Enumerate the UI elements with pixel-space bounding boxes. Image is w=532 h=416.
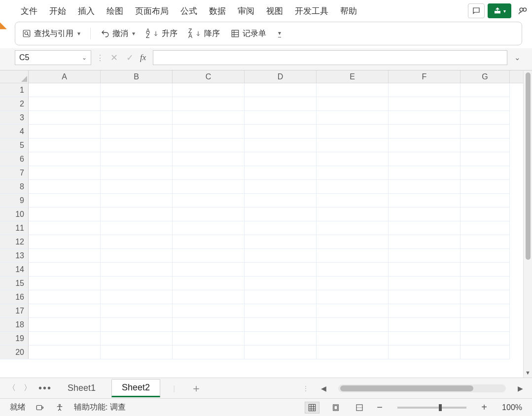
- cell[interactable]: [461, 111, 510, 125]
- cell[interactable]: [29, 221, 101, 235]
- menu-file[interactable]: 文件: [15, 0, 43, 22]
- share-button[interactable]: ▾: [488, 3, 511, 18]
- row-header-3[interactable]: 3: [0, 111, 29, 125]
- cell[interactable]: [29, 125, 101, 139]
- cell[interactable]: [29, 318, 101, 332]
- cell[interactable]: [461, 97, 510, 111]
- row-header-12[interactable]: 12: [0, 235, 29, 249]
- zoom-slider-handle[interactable]: [439, 404, 442, 411]
- formula-expand-button[interactable]: ⌄: [512, 53, 522, 62]
- cell[interactable]: [389, 139, 461, 152]
- row-header-18[interactable]: 18: [0, 318, 29, 332]
- cell[interactable]: [245, 97, 317, 111]
- cell[interactable]: [389, 208, 461, 221]
- cell[interactable]: [173, 332, 245, 346]
- cell[interactable]: [389, 290, 461, 304]
- row-header-14[interactable]: 14: [0, 263, 29, 277]
- cell[interactable]: [245, 180, 317, 194]
- cell[interactable]: [101, 332, 173, 346]
- row-header-8[interactable]: 8: [0, 180, 29, 194]
- cell[interactable]: [29, 304, 101, 318]
- cell[interactable]: [29, 152, 101, 166]
- cell[interactable]: [101, 208, 173, 221]
- cell[interactable]: [29, 332, 101, 346]
- cell[interactable]: [173, 152, 245, 166]
- accessibility-label[interactable]: 辅助功能: 调查: [74, 402, 126, 413]
- cell[interactable]: [245, 263, 317, 277]
- cell[interactable]: [245, 318, 317, 332]
- cell[interactable]: [389, 152, 461, 166]
- sheet-tab-2[interactable]: Sheet2: [111, 379, 160, 397]
- row-header-2[interactable]: 2: [0, 97, 29, 111]
- col-header-A[interactable]: A: [29, 70, 101, 83]
- view-page-break-button[interactable]: [352, 402, 367, 414]
- cell[interactable]: [317, 332, 389, 346]
- cell[interactable]: [389, 263, 461, 277]
- cell[interactable]: [461, 166, 510, 180]
- cell[interactable]: [461, 221, 510, 235]
- cell[interactable]: [317, 83, 389, 97]
- cell[interactable]: [101, 194, 173, 208]
- cell[interactable]: [461, 277, 510, 290]
- zoom-out-button[interactable]: −: [376, 402, 384, 413]
- row-header-5[interactable]: 5: [0, 139, 29, 152]
- cell[interactable]: [29, 208, 101, 221]
- macro-record-icon[interactable]: [35, 402, 45, 413]
- cell[interactable]: [101, 152, 173, 166]
- col-header-G[interactable]: G: [461, 70, 510, 83]
- cell[interactable]: [173, 97, 245, 111]
- sheet-tab-1[interactable]: Sheet1: [58, 380, 106, 396]
- cell[interactable]: [101, 346, 173, 359]
- cell[interactable]: [461, 152, 510, 166]
- cell[interactable]: [317, 263, 389, 277]
- cell[interactable]: [461, 83, 510, 97]
- cell[interactable]: [389, 318, 461, 332]
- cell[interactable]: [389, 332, 461, 346]
- cell[interactable]: [173, 249, 245, 263]
- cell[interactable]: [29, 290, 101, 304]
- cell[interactable]: [245, 125, 317, 139]
- cell[interactable]: [389, 83, 461, 97]
- cell[interactable]: [461, 180, 510, 194]
- cell[interactable]: [101, 249, 173, 263]
- cell[interactable]: [461, 249, 510, 263]
- cell[interactable]: [389, 111, 461, 125]
- cell[interactable]: [245, 194, 317, 208]
- row-header-15[interactable]: 15: [0, 277, 29, 290]
- cell[interactable]: [173, 304, 245, 318]
- cell[interactable]: [29, 346, 101, 359]
- cell[interactable]: [389, 221, 461, 235]
- cell[interactable]: [245, 139, 317, 152]
- menu-developer[interactable]: 开发工具: [289, 0, 334, 22]
- cell[interactable]: [317, 180, 389, 194]
- cell[interactable]: [173, 194, 245, 208]
- cell[interactable]: [389, 249, 461, 263]
- cell[interactable]: [245, 235, 317, 249]
- cell[interactable]: [317, 97, 389, 111]
- cell[interactable]: [245, 277, 317, 290]
- cell[interactable]: [317, 194, 389, 208]
- formula-enter-button[interactable]: ✓: [124, 52, 135, 63]
- cell[interactable]: [173, 346, 245, 359]
- cell[interactable]: [173, 235, 245, 249]
- cell[interactable]: [173, 125, 245, 139]
- cell[interactable]: [461, 139, 510, 152]
- sheet-nav-next[interactable]: 〉: [23, 383, 33, 393]
- row-header-20[interactable]: 20: [0, 346, 29, 359]
- row-header-19[interactable]: 19: [0, 332, 29, 346]
- accessibility-icon[interactable]: [54, 402, 65, 413]
- cell[interactable]: [245, 166, 317, 180]
- cell[interactable]: [173, 208, 245, 221]
- cell[interactable]: [101, 221, 173, 235]
- cell[interactable]: [29, 277, 101, 290]
- cell[interactable]: [461, 194, 510, 208]
- formula-cancel-button[interactable]: ✕: [108, 52, 119, 63]
- menu-draw[interactable]: 绘图: [101, 0, 129, 22]
- col-header-E[interactable]: E: [317, 70, 389, 83]
- cell[interactable]: [173, 111, 245, 125]
- row-header-7[interactable]: 7: [0, 166, 29, 180]
- name-box[interactable]: C5 ⌄: [15, 50, 91, 65]
- cell[interactable]: [29, 111, 101, 125]
- row-header-17[interactable]: 17: [0, 304, 29, 318]
- menu-insert[interactable]: 插入: [72, 0, 101, 22]
